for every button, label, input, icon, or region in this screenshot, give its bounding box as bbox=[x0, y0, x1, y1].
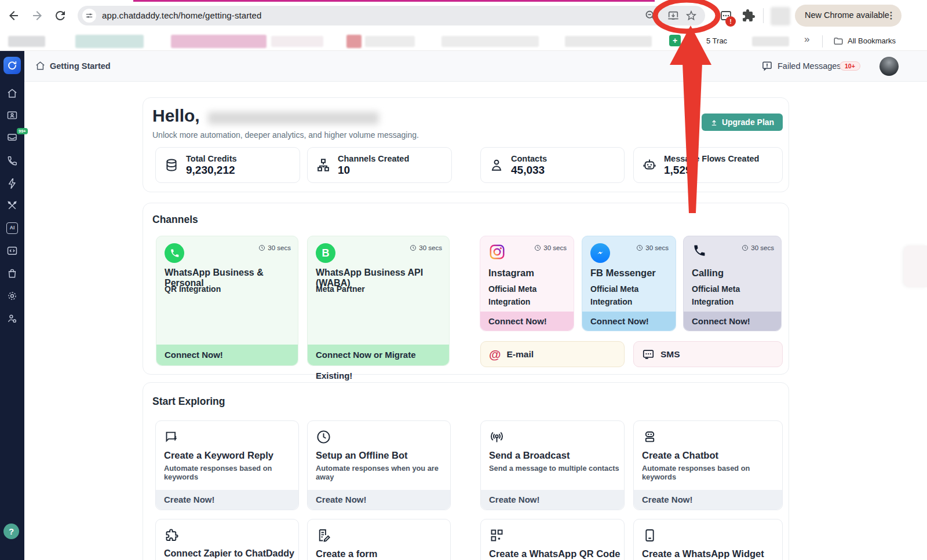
bookmarks-overflow-icon[interactable]: » bbox=[804, 34, 809, 45]
extensions-puzzle-icon[interactable] bbox=[742, 9, 756, 23]
back-icon[interactable] bbox=[7, 9, 21, 23]
at-icon: @ bbox=[489, 347, 501, 361]
duration-badge: 30 secs bbox=[534, 244, 567, 251]
new-chrome-button[interactable]: New Chrome available ⋮ bbox=[795, 5, 902, 27]
sitemap-icon bbox=[316, 158, 331, 173]
explore-form[interactable]: Create a form Automate responses based o… bbox=[307, 519, 451, 560]
screenshot-canvas: app.chatdaddy.tech/home/getting-started … bbox=[0, 0, 927, 560]
create-now-cta[interactable]: Create Now! bbox=[308, 490, 450, 510]
upgrade-plan-button[interactable]: Upgrade Plan bbox=[702, 114, 783, 131]
sidebar-item-home[interactable] bbox=[6, 87, 18, 99]
app-header: Getting Started Failed Messages 10+ bbox=[24, 51, 927, 82]
upload-icon bbox=[710, 119, 718, 126]
bookmark-blur[interactable] bbox=[365, 36, 415, 47]
create-now-cta[interactable]: Create Now! bbox=[481, 490, 624, 510]
all-bookmarks-label[interactable]: All Bookmarks bbox=[848, 36, 896, 45]
sidebar-item-contacts[interactable] bbox=[6, 109, 18, 121]
create-now-cta[interactable]: Create Now! bbox=[634, 490, 782, 510]
bookmark-label[interactable]: 5 Trac bbox=[706, 36, 727, 45]
avatar[interactable] bbox=[879, 57, 899, 76]
channel-calling[interactable]: 30 secs Calling Official Meta Integratio… bbox=[683, 236, 782, 331]
url-text[interactable]: app.chatdaddy.tech/home/getting-started bbox=[102, 10, 261, 20]
broadcast-icon bbox=[489, 429, 505, 445]
explore-card-title: Create a form bbox=[316, 548, 377, 559]
tab-loading-strip bbox=[133, 0, 655, 2]
drawer-edge-tab[interactable] bbox=[904, 246, 927, 287]
explore-widget[interactable]: Create a WhatsApp Widget For your websit… bbox=[633, 519, 783, 560]
connect-now-cta[interactable]: Connect Now! bbox=[684, 312, 781, 331]
explore-broadcast[interactable]: Send a Broadcast Send a message to multi… bbox=[480, 420, 625, 510]
stat-value: 10 bbox=[338, 164, 409, 177]
stat-total-credits: Total Credits 9,230,212 bbox=[155, 147, 300, 183]
connect-now-cta[interactable]: Connect Now! bbox=[480, 312, 574, 331]
sms-chat-icon bbox=[642, 348, 655, 361]
site-settings-icon[interactable] bbox=[82, 9, 96, 23]
sidebar: 99+ AI ? bbox=[0, 51, 24, 560]
address-bar[interactable]: app.chatdaddy.tech/home/getting-started bbox=[78, 6, 705, 25]
install-app-icon[interactable] bbox=[667, 9, 680, 22]
create-now-cta[interactable]: Create Now! bbox=[156, 490, 298, 510]
new-chrome-label: New Chrome available bbox=[805, 10, 889, 20]
sidebar-item-developer[interactable] bbox=[6, 245, 18, 257]
forward-icon[interactable] bbox=[30, 9, 44, 23]
sidebar-item-ai[interactable]: AI bbox=[6, 222, 18, 234]
reload-icon[interactable] bbox=[53, 9, 67, 23]
explore-qr-code[interactable]: Create a WhatsApp QR Code For Offline Sc… bbox=[480, 519, 625, 560]
sms-label: SMS bbox=[660, 349, 680, 360]
bookmark-blur[interactable] bbox=[271, 36, 323, 47]
channel-waba[interactable]: B 30 secs WhatsApp Business API (WABA) M… bbox=[307, 236, 450, 366]
bookmark-blur[interactable] bbox=[565, 36, 652, 47]
sidebar-item-automations[interactable] bbox=[6, 178, 18, 189]
home-icon[interactable] bbox=[35, 60, 46, 71]
bookmark-blur[interactable] bbox=[346, 35, 362, 48]
explore-card-subtitle: Automate responses based on keywords bbox=[164, 464, 298, 481]
sidebar-item-team[interactable] bbox=[6, 313, 18, 324]
kebab-menu-icon[interactable]: ⋮ bbox=[886, 10, 896, 21]
explore-offline-bot[interactable]: Setup an Offline Bot Automate responses … bbox=[307, 420, 451, 510]
stat-value: 45,033 bbox=[511, 164, 547, 177]
sidebar-item-calls[interactable] bbox=[6, 155, 18, 167]
explore-card-title: Setup an Offline Bot bbox=[316, 450, 408, 461]
sidebar-item-inbox[interactable]: 99+ bbox=[6, 131, 18, 143]
sheets-bookmark-icon[interactable]: + bbox=[669, 35, 681, 46]
chatdaddy-logo[interactable] bbox=[3, 57, 21, 74]
sidebar-item-tools[interactable] bbox=[6, 200, 18, 211]
channel-email[interactable]: @ E-mail bbox=[480, 341, 625, 367]
channel-sms[interactable]: SMS bbox=[633, 341, 783, 367]
duration-badge: 30 secs bbox=[258, 244, 291, 251]
explore-card-title: Create a Keyword Reply bbox=[164, 450, 273, 461]
explore-chatbot[interactable]: Create a Chatbot Automate responses base… bbox=[633, 420, 783, 510]
channel-whatsapp-personal[interactable]: 30 secs WhatsApp Business & Personal QR … bbox=[156, 236, 298, 366]
bookmark-blur[interactable] bbox=[8, 36, 45, 47]
channel-tag: Official Meta Integration bbox=[590, 283, 660, 308]
chatbot-icon bbox=[642, 429, 658, 445]
stat-contacts: Contacts 45,033 bbox=[480, 147, 625, 183]
channel-messenger[interactable]: 30 secs FB Messenger Official Meta Integ… bbox=[582, 236, 676, 331]
sidebar-item-settings[interactable] bbox=[6, 290, 18, 302]
failed-messages-label[interactable]: Failed Messages bbox=[778, 61, 841, 71]
bookmark-blur[interactable] bbox=[75, 35, 144, 48]
bookmark-blur[interactable] bbox=[441, 36, 539, 47]
explore-keyword-reply[interactable]: Create a Keyword Reply Automate response… bbox=[155, 420, 299, 510]
stat-value: 9,230,212 bbox=[186, 164, 237, 177]
database-icon bbox=[164, 158, 179, 173]
connect-now-cta[interactable]: Connect Now or Migrate Existing! bbox=[308, 345, 449, 365]
stat-label: Total Credits bbox=[186, 154, 237, 163]
connect-now-cta[interactable]: Connect Now! bbox=[156, 345, 298, 365]
clock-icon bbox=[258, 244, 265, 251]
bookmark-blur[interactable] bbox=[752, 36, 789, 46]
connect-now-cta[interactable]: Connect Now! bbox=[582, 312, 676, 331]
explore-card-title: Create a WhatsApp QR Code bbox=[489, 548, 620, 559]
channel-instagram[interactable]: 30 secs Instagram Official Meta Integrat… bbox=[480, 236, 574, 331]
explore-zapier[interactable]: Connect Zapier to ChatDaddy Automate you… bbox=[155, 519, 299, 560]
greeting: Hello, bbox=[152, 106, 200, 126]
breadcrumb[interactable]: Getting Started bbox=[50, 61, 111, 71]
failed-messages-icon[interactable] bbox=[761, 60, 773, 72]
channel-tag: Meta Partner bbox=[316, 283, 365, 295]
help-button[interactable]: ? bbox=[3, 524, 19, 539]
zoom-out-icon[interactable] bbox=[644, 9, 657, 22]
sidebar-item-store[interactable] bbox=[6, 268, 18, 279]
bookmark-blur[interactable] bbox=[171, 35, 267, 48]
bookmark-star-icon[interactable] bbox=[685, 9, 698, 22]
bookmarks-bar: + 5 Trac » All Bookmarks bbox=[0, 32, 927, 51]
